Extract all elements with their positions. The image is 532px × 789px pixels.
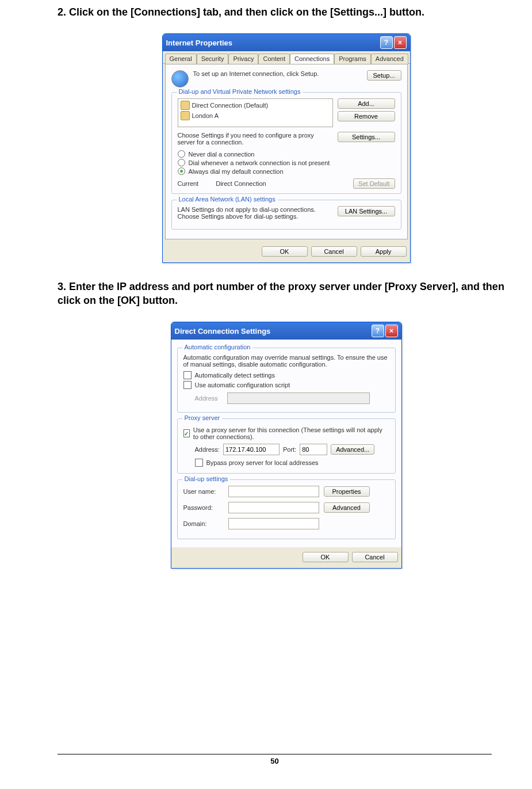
radio-icon <box>178 150 185 158</box>
lan-settings-button[interactable]: LAN Settings... <box>338 206 395 216</box>
domain-label: Domain: <box>183 520 224 527</box>
radio-label: Always dial my default connection <box>189 168 284 175</box>
close-icon[interactable]: × <box>385 325 398 337</box>
list-item[interactable]: London A <box>179 110 331 121</box>
dialup-legend: Dial-up settings <box>182 475 231 482</box>
dialog-title: Internet Properties <box>166 39 380 47</box>
page-number: 50 <box>58 754 492 765</box>
autoconfig-text: Automatic configuration may override man… <box>183 354 389 368</box>
direct-connection-settings-dialog: Direct Connection Settings ? × Automatic… <box>171 322 402 569</box>
check-label: Use a proxy server for this connection (… <box>193 426 389 440</box>
checkbox-icon <box>183 429 190 437</box>
tab-programs[interactable]: Programs <box>334 54 371 64</box>
apply-button[interactable]: Apply <box>361 246 407 257</box>
cancel-button[interactable]: Cancel <box>311 246 357 257</box>
help-icon[interactable]: ? <box>372 325 384 337</box>
choose-settings-text: Choose Settings if you need to configure… <box>178 132 333 146</box>
titlebar: Direct Connection Settings ? × <box>171 322 401 340</box>
list-item-label: Direct Connection (Default) <box>192 102 269 109</box>
add-button[interactable]: Add... <box>338 98 395 109</box>
check-auto-detect[interactable]: Automatically detect settings <box>183 371 389 379</box>
advanced-button[interactable]: Advanced... <box>331 444 374 455</box>
autoconfig-legend: Automatic configuration <box>182 344 253 350</box>
connection-list[interactable]: Direct Connection (Default) London A <box>178 98 333 127</box>
check-label: Bypass proxy server for local addresses <box>206 459 319 466</box>
ok-button[interactable]: OK <box>303 552 349 562</box>
password-label: Password: <box>183 504 224 511</box>
tab-connections[interactable]: Connections <box>290 54 334 64</box>
lan-text: LAN Settings do not apply to dial-up con… <box>178 206 333 220</box>
instruction-step-3: 3. Enter the IP address and port number … <box>58 280 515 307</box>
radio-icon <box>178 159 185 166</box>
checkbox-icon <box>195 459 203 467</box>
check-use-proxy[interactable]: Use a proxy server for this connection (… <box>183 426 389 440</box>
proxy-address-label: Address: <box>195 446 220 453</box>
tab-content[interactable]: Content <box>258 54 290 64</box>
connection-icon <box>181 111 190 120</box>
address-label: Address <box>195 395 224 402</box>
checkbox-icon <box>183 371 192 379</box>
connection-icon <box>181 101 190 110</box>
instruction-step-2: 2. Click on the [Connections] tab, and t… <box>58 6 515 19</box>
dialog-title: Direct Connection Settings <box>175 327 372 336</box>
tab-advanced[interactable]: Advanced <box>371 54 408 64</box>
globe-icon <box>171 70 189 87</box>
radio-label: Dial whenever a network connection is no… <box>189 159 330 166</box>
dialvpn-legend: Dial-up and Virtual Private Network sett… <box>177 88 303 95</box>
proxy-port-label: Port: <box>283 446 296 453</box>
current-label: Current <box>178 180 199 187</box>
check-label: Use automatic configuration script <box>195 382 290 388</box>
internet-properties-dialog: Internet Properties ? × General Security… <box>162 33 411 263</box>
radio-label: Never dial a connection <box>189 151 255 158</box>
username-input[interactable] <box>228 486 319 497</box>
radio-never-dial[interactable]: Never dial a connection <box>178 150 395 158</box>
password-input[interactable] <box>228 502 319 513</box>
ok-button[interactable]: OK <box>262 246 308 257</box>
check-bypass-local[interactable]: Bypass proxy server for local addresses <box>195 459 389 467</box>
cancel-button[interactable]: Cancel <box>352 552 398 562</box>
properties-button[interactable]: Properties <box>324 486 370 497</box>
help-icon[interactable]: ? <box>380 36 393 49</box>
proxy-legend: Proxy server <box>182 414 223 421</box>
remove-button[interactable]: Remove <box>338 111 395 121</box>
settings-button[interactable]: Settings... <box>338 132 395 142</box>
radio-icon <box>178 167 185 175</box>
tab-privacy[interactable]: Privacy <box>228 54 258 64</box>
username-label: User name: <box>183 488 224 495</box>
dialup-advanced-button[interactable]: Advanced <box>324 502 370 513</box>
tab-strip: General Security Privacy Content Connect… <box>163 51 410 64</box>
current-value: Direct Connection <box>216 180 336 187</box>
list-item[interactable]: Direct Connection (Default) <box>179 100 331 110</box>
radio-dial-whenever[interactable]: Dial whenever a network connection is no… <box>178 159 395 166</box>
list-item-label: London A <box>192 112 219 119</box>
setup-text: To set up an Internet connection, click … <box>193 70 362 77</box>
proxy-port-input[interactable] <box>300 444 327 455</box>
checkbox-icon <box>183 381 192 389</box>
check-config-script[interactable]: Use automatic configuration script <box>183 381 389 389</box>
autoconfig-address-input <box>227 392 370 404</box>
domain-input[interactable] <box>228 518 319 529</box>
setup-button[interactable]: Setup... <box>367 70 401 81</box>
tab-general[interactable]: General <box>165 54 197 64</box>
tab-security[interactable]: Security <box>197 54 229 64</box>
radio-always-dial[interactable]: Always dial my default connection <box>178 167 395 175</box>
proxy-address-input[interactable] <box>223 444 280 455</box>
titlebar: Internet Properties ? × <box>163 34 410 51</box>
check-label: Automatically detect settings <box>195 372 275 379</box>
close-icon[interactable]: × <box>394 36 407 49</box>
lan-legend: Local Area Network (LAN) settings <box>177 196 278 203</box>
set-default-button: Set Default <box>353 178 395 189</box>
